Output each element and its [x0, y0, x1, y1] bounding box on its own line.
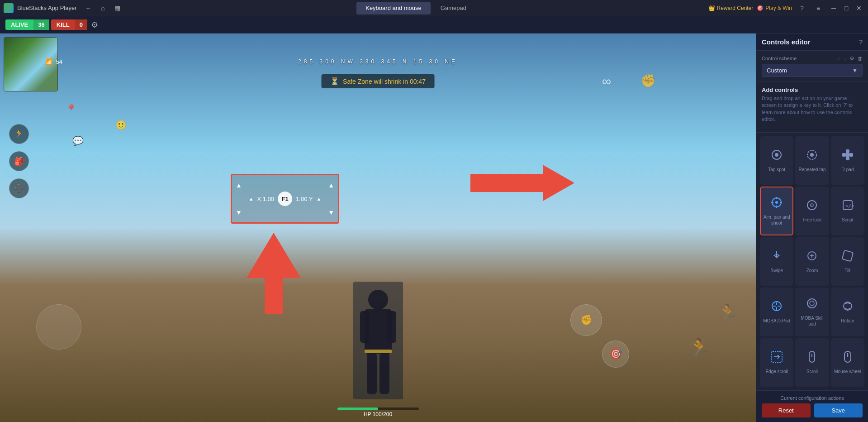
menu-button[interactable]: ≡ [812, 2, 825, 14]
panel-title-icons: ? [859, 38, 863, 46]
title-bar: BlueStacks App Player ← ⌂ ▦ Keyboard and… [0, 0, 868, 16]
control-script[interactable]: </> Script [831, 187, 864, 235]
settings-icon[interactable]: ⚙ [91, 20, 98, 30]
config-actions-label: Current configuration actions [762, 395, 863, 401]
tilt-icon [841, 249, 854, 265]
tab-gamepad[interactable]: Gamepad [432, 2, 475, 14]
infinity-icon: ∞ [602, 74, 611, 89]
repeated-tap-icon [806, 149, 818, 164]
fist-icon: ✊ [640, 73, 656, 88]
scheme-selector[interactable]: Custom ▼ [762, 64, 863, 77]
main-area: 📶 54 285 300 NW 330 345 N 15 30 NE ⏳ Saf… [0, 34, 868, 422]
control-aim-pan-shoot[interactable]: Aim, pan and shoot [760, 187, 793, 235]
panel-help-icon[interactable]: ? [859, 38, 863, 46]
scheme-value: Custom [767, 67, 849, 74]
play-win-button[interactable]: 🎯 Play & Win [757, 5, 792, 11]
upload-icon[interactable]: ↑ [838, 56, 840, 61]
zoom-icon [806, 249, 818, 265]
tab-keyboard-mouse[interactable]: Keyboard and mouse [356, 2, 431, 14]
aim-control-box[interactable]: ▲ ▲ ▲ X 1.00 F1 1.00 Y ▲ ▼ ▼ [231, 174, 339, 224]
reward-center-button[interactable]: 👑 Reward Center [708, 5, 754, 11]
compass: 285 300 NW 330 345 N 15 30 NE [90, 58, 665, 65]
control-scroll[interactable]: Scroll [795, 338, 829, 387]
minimize-button[interactable]: ─ [828, 3, 839, 14]
panel-title-bar: Controls editor ? [756, 34, 868, 51]
bag-icon-btn[interactable]: 🎒 [9, 151, 29, 171]
control-tilt[interactable]: Tilt [831, 237, 864, 286]
moba-skill-icon [806, 297, 818, 312]
control-rotate[interactable]: Rotate [831, 288, 864, 336]
run-icon-btn[interactable]: 🏃 [9, 124, 29, 144]
control-moba-dpad[interactable]: MOBA D-Pad [760, 288, 793, 336]
wifi-icon: 📶 [45, 58, 52, 65]
svg-point-12 [775, 153, 778, 157]
tabs-button[interactable]: ▦ [111, 2, 124, 14]
alive-status: ALIVE 36 KILL 0 ⚙ [5, 19, 98, 30]
nav-buttons: ← ⌂ ▦ [82, 2, 124, 14]
free-look-label: Free look [803, 217, 822, 223]
dpad-icon [841, 149, 854, 164]
kill-label: KILL [51, 19, 75, 30]
controls-grid: Tap spot Repeated tap [756, 133, 868, 390]
scheme-chevron-icon: ▼ [852, 67, 858, 74]
moba-skill-label: MOBA Skill pad [797, 315, 826, 327]
home-button[interactable]: ⌂ [97, 2, 109, 14]
y-coord: 1.00 Y [296, 196, 313, 202]
control-free-look[interactable]: Free look [795, 187, 829, 235]
svg-rect-18 [849, 153, 853, 157]
svg-rect-8 [365, 350, 392, 353]
free-look-icon [806, 199, 818, 214]
svg-rect-7 [379, 353, 389, 394]
control-zoom[interactable]: Zoom [795, 237, 829, 286]
movement-joystick[interactable] [36, 304, 81, 350]
mouse-wheel-icon [841, 350, 854, 366]
control-tap-spot[interactable]: Tap spot [760, 136, 793, 185]
rotate-icon [841, 300, 854, 315]
script-icon: </> [841, 199, 854, 214]
x-coord: X 1.00 [257, 196, 275, 202]
svg-point-34 [810, 301, 814, 306]
control-scheme-label: Control scheme ↑ ↓ ⊕ 🗑 [762, 55, 863, 61]
red-arrow-up [247, 233, 301, 314]
zoom-label: Zoom [806, 268, 818, 273]
control-mouse-wheel[interactable]: Mouse wheel [831, 338, 864, 387]
control-swipe[interactable]: Swipe [760, 237, 793, 286]
alive-count: 36 [33, 19, 49, 30]
svg-text:</>: </> [845, 203, 854, 209]
help-button[interactable]: ? [796, 2, 808, 14]
svg-point-26 [807, 201, 816, 210]
hourglass-icon: ⏳ [330, 77, 339, 86]
control-dpad[interactable]: D-pad [831, 136, 864, 185]
back-button[interactable]: ← [82, 2, 95, 14]
svg-point-27 [811, 204, 813, 206]
close-button[interactable]: ✕ [854, 3, 864, 14]
download-icon[interactable]: ↓ [844, 56, 847, 61]
window-controls: ─ □ ✕ [828, 3, 864, 14]
shoot-action-btn[interactable]: 🎯 [602, 340, 629, 368]
key-label[interactable]: F1 [278, 192, 292, 206]
emoji-icon: 🙂 [115, 120, 127, 130]
tap-spot-label: Tap spot [768, 167, 785, 173]
swipe-icon [770, 249, 783, 265]
control-moba-skill[interactable]: MOBA Skill pad [795, 288, 829, 336]
svg-rect-16 [846, 157, 849, 160]
svg-rect-19 [846, 153, 849, 157]
aim-pan-shoot-label: Aim, pan and shoot [763, 214, 791, 226]
edge-scroll-label: Edge scroll [765, 369, 787, 374]
control-edge-scroll[interactable]: Edge scroll [760, 338, 793, 387]
add-controls-section: Add controls Drag and drop an action on … [756, 82, 868, 133]
moba-dpad-label: MOBA D-Pad [763, 318, 790, 324]
maximize-button[interactable]: □ [841, 3, 852, 14]
delete-icon[interactable]: 🗑 [858, 56, 863, 61]
run-left-icon: 🏃 [717, 303, 738, 322]
punch-action-btn[interactable]: ✊ [570, 304, 602, 336]
reset-button[interactable]: Reset [762, 403, 811, 417]
svg-rect-31 [842, 250, 853, 261]
svg-rect-17 [842, 153, 846, 157]
copy-icon[interactable]: ⊕ [850, 55, 854, 61]
save-button[interactable]: Save [814, 403, 863, 417]
control-repeated-tap[interactable]: Repeated tap [795, 136, 829, 185]
signal-area: 📶 54 [45, 58, 62, 65]
scroll-icon [806, 350, 818, 366]
medkit-icon-btn[interactable]: ➕ [9, 178, 29, 198]
